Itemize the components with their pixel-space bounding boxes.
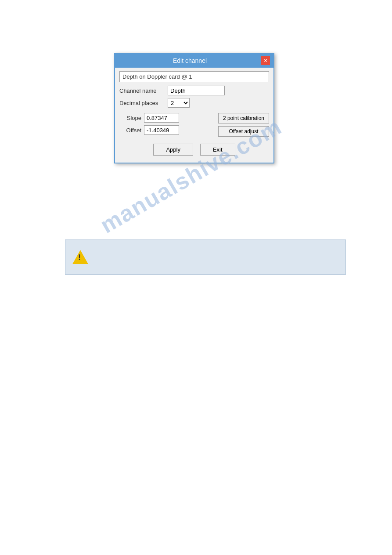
warning-triangle-icon [72, 250, 88, 264]
calibration-buttons: 2 point calibration Offset adjust [218, 111, 269, 137]
channel-name-row: Channel name [119, 86, 269, 95]
slope-offset-fields: Slope Offset [119, 111, 215, 137]
offset-label: Offset [119, 127, 141, 134]
calibration-section: Slope Offset 2 point calibration Offset … [119, 111, 269, 137]
apply-button[interactable]: Apply [153, 144, 193, 156]
channel-name-label: Channel name [119, 87, 168, 94]
two-point-calibration-button[interactable]: 2 point calibration [218, 113, 269, 123]
offset-input[interactable] [144, 125, 179, 135]
dialog-body: Depth on Doppler card @ 1 Channel name D… [115, 68, 273, 163]
edit-channel-dialog: Edit channel × Depth on Doppler card @ 1… [114, 53, 274, 163]
decimal-places-label: Decimal places [119, 100, 168, 106]
slope-label: Slope [119, 115, 141, 121]
dialog-footer: Apply Exit [119, 140, 269, 157]
dialog-title: Edit channel [119, 57, 261, 64]
exit-button[interactable]: Exit [200, 144, 235, 156]
decimal-places-row: Decimal places 1 2 3 4 [119, 98, 269, 108]
slope-row: Slope [119, 113, 215, 123]
slope-input[interactable] [144, 113, 179, 123]
dialog-close-button[interactable]: × [261, 56, 270, 65]
dialog-titlebar: Edit channel × [115, 54, 273, 68]
channel-name-input[interactable] [168, 86, 225, 95]
channel-info: Depth on Doppler card @ 1 [119, 71, 269, 82]
decimal-places-select[interactable]: 1 2 3 4 [168, 98, 190, 108]
offset-adjust-button[interactable]: Offset adjust [218, 126, 269, 137]
warning-box [65, 239, 346, 275]
warning-icon [72, 248, 89, 266]
offset-row: Offset [119, 125, 215, 135]
